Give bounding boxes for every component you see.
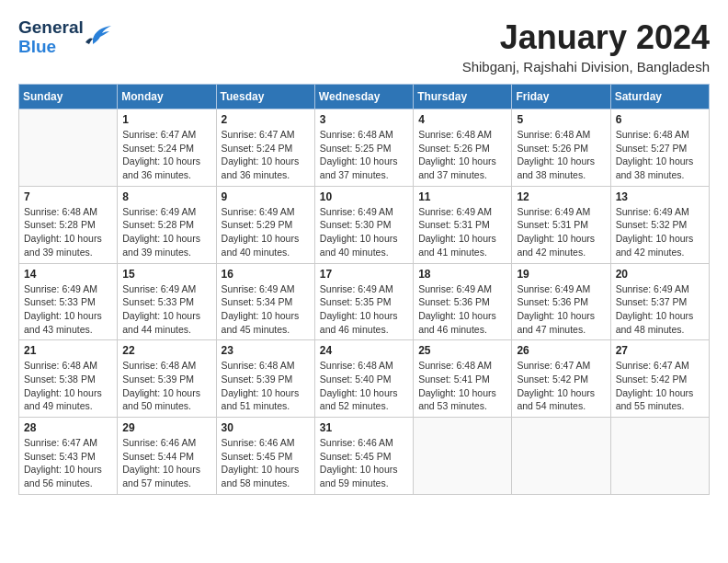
day-number: 1: [122, 113, 210, 126]
day-detail: Sunrise: 6:49 AMSunset: 5:32 PMDaylight:…: [616, 205, 704, 259]
day-number: 16: [222, 268, 310, 281]
location: Shibganj, Rajshahi Division, Bangladesh: [462, 59, 710, 75]
day-number: 14: [24, 268, 112, 281]
calendar-cell: 25Sunrise: 6:48 AMSunset: 5:41 PMDayligh…: [414, 340, 512, 418]
weekday-header-saturday: Saturday: [610, 85, 709, 109]
day-number: 11: [418, 190, 506, 203]
logo: General Blue: [18, 18, 111, 57]
calendar-cell: 8Sunrise: 6:49 AMSunset: 5:28 PMDaylight…: [118, 186, 216, 263]
calendar-cell: 6Sunrise: 6:48 AMSunset: 5:27 PMDaylight…: [610, 109, 709, 187]
day-detail: Sunrise: 6:49 AMSunset: 5:37 PMDaylight:…: [616, 282, 704, 337]
logo-general: General: [18, 18, 84, 38]
weekday-header-friday: Friday: [512, 85, 610, 109]
calendar-cell: 18Sunrise: 6:49 AMSunset: 5:36 PMDayligh…: [414, 263, 512, 340]
calendar-cell: 21Sunrise: 6:48 AMSunset: 5:38 PMDayligh…: [19, 340, 118, 418]
day-detail: Sunrise: 6:48 AMSunset: 5:28 PMDaylight:…: [24, 205, 112, 259]
day-number: 15: [122, 268, 210, 281]
header: General Blue January 2024 Shibganj, Rajs…: [18, 18, 710, 75]
calendar-cell: 19Sunrise: 6:49 AMSunset: 5:36 PMDayligh…: [512, 263, 610, 340]
day-detail: Sunrise: 6:49 AMSunset: 5:33 PMDaylight:…: [122, 282, 210, 337]
calendar-cell: 31Sunrise: 6:46 AMSunset: 5:45 PMDayligh…: [314, 418, 413, 495]
day-detail: Sunrise: 6:47 AMSunset: 5:24 PMDaylight:…: [122, 128, 210, 182]
day-detail: Sunrise: 6:49 AMSunset: 5:31 PMDaylight:…: [418, 205, 506, 259]
day-number: 20: [616, 268, 704, 281]
day-detail: Sunrise: 6:49 AMSunset: 5:30 PMDaylight:…: [320, 205, 408, 259]
calendar-cell: 22Sunrise: 6:48 AMSunset: 5:39 PMDayligh…: [118, 340, 216, 418]
calendar-cell: [414, 418, 512, 495]
day-number: 9: [222, 190, 310, 203]
day-number: 31: [320, 421, 408, 434]
day-detail: Sunrise: 6:47 AMSunset: 5:24 PMDaylight:…: [222, 128, 310, 182]
day-detail: Sunrise: 6:48 AMSunset: 5:41 PMDaylight:…: [418, 359, 506, 413]
day-number: 30: [222, 421, 310, 434]
calendar-cell: 14Sunrise: 6:49 AMSunset: 5:33 PMDayligh…: [19, 263, 118, 340]
weekday-header-row: SundayMondayTuesdayWednesdayThursdayFrid…: [19, 85, 710, 109]
day-number: 6: [616, 113, 704, 126]
calendar-cell: 29Sunrise: 6:46 AMSunset: 5:44 PMDayligh…: [118, 418, 216, 495]
day-number: 5: [517, 113, 605, 126]
calendar-cell: 15Sunrise: 6:49 AMSunset: 5:33 PMDayligh…: [118, 263, 216, 340]
logo-blue: Blue: [18, 38, 84, 57]
day-number: 23: [222, 344, 310, 357]
day-number: 8: [122, 190, 210, 203]
weekday-header-wednesday: Wednesday: [314, 85, 413, 109]
day-detail: Sunrise: 6:49 AMSunset: 5:35 PMDaylight:…: [320, 282, 408, 337]
calendar-cell: 12Sunrise: 6:49 AMSunset: 5:31 PMDayligh…: [512, 186, 610, 263]
calendar-cell: 28Sunrise: 6:47 AMSunset: 5:43 PMDayligh…: [19, 418, 118, 495]
weekday-header-thursday: Thursday: [414, 85, 512, 109]
day-detail: Sunrise: 6:49 AMSunset: 5:34 PMDaylight:…: [222, 282, 310, 337]
day-detail: Sunrise: 6:49 AMSunset: 5:36 PMDaylight:…: [418, 282, 506, 337]
day-detail: Sunrise: 6:48 AMSunset: 5:25 PMDaylight:…: [320, 128, 408, 182]
calendar-cell: 5Sunrise: 6:48 AMSunset: 5:26 PMDaylight…: [512, 109, 610, 187]
day-number: 3: [320, 113, 408, 126]
day-detail: Sunrise: 6:48 AMSunset: 5:38 PMDaylight:…: [24, 359, 112, 413]
day-detail: Sunrise: 6:47 AMSunset: 5:42 PMDaylight:…: [517, 359, 605, 413]
calendar-cell: 1Sunrise: 6:47 AMSunset: 5:24 PMDaylight…: [118, 109, 216, 187]
day-detail: Sunrise: 6:46 AMSunset: 5:45 PMDaylight:…: [222, 436, 310, 490]
day-detail: Sunrise: 6:47 AMSunset: 5:42 PMDaylight:…: [616, 359, 704, 413]
day-detail: Sunrise: 6:48 AMSunset: 5:39 PMDaylight:…: [222, 359, 310, 413]
day-detail: Sunrise: 6:49 AMSunset: 5:36 PMDaylight:…: [517, 282, 605, 337]
day-number: 22: [122, 344, 210, 357]
day-detail: Sunrise: 6:49 AMSunset: 5:29 PMDaylight:…: [222, 205, 310, 259]
logo-bird-icon: [85, 24, 111, 48]
day-detail: Sunrise: 6:48 AMSunset: 5:39 PMDaylight:…: [122, 359, 210, 413]
calendar-cell: 11Sunrise: 6:49 AMSunset: 5:31 PMDayligh…: [414, 186, 512, 263]
day-number: 29: [122, 421, 210, 434]
day-detail: Sunrise: 6:49 AMSunset: 5:33 PMDaylight:…: [24, 282, 112, 337]
calendar-cell: 3Sunrise: 6:48 AMSunset: 5:25 PMDaylight…: [314, 109, 413, 187]
calendar-cell: 23Sunrise: 6:48 AMSunset: 5:39 PMDayligh…: [216, 340, 314, 418]
calendar-table: SundayMondayTuesdayWednesdayThursdayFrid…: [18, 84, 710, 495]
calendar-cell: 27Sunrise: 6:47 AMSunset: 5:42 PMDayligh…: [610, 340, 709, 418]
day-detail: Sunrise: 6:46 AMSunset: 5:45 PMDaylight:…: [320, 436, 408, 490]
day-detail: Sunrise: 6:46 AMSunset: 5:44 PMDaylight:…: [122, 436, 210, 490]
calendar-cell: [512, 418, 610, 495]
day-detail: Sunrise: 6:49 AMSunset: 5:31 PMDaylight:…: [517, 205, 605, 259]
day-detail: Sunrise: 6:48 AMSunset: 5:40 PMDaylight:…: [320, 359, 408, 413]
weekday-header-sunday: Sunday: [19, 85, 118, 109]
calendar-cell: 24Sunrise: 6:48 AMSunset: 5:40 PMDayligh…: [314, 340, 413, 418]
day-number: 10: [320, 190, 408, 203]
day-number: 25: [418, 344, 506, 357]
day-detail: Sunrise: 6:48 AMSunset: 5:27 PMDaylight:…: [616, 128, 704, 182]
day-number: 13: [616, 190, 704, 203]
calendar-cell: 9Sunrise: 6:49 AMSunset: 5:29 PMDaylight…: [216, 186, 314, 263]
calendar-cell: 17Sunrise: 6:49 AMSunset: 5:35 PMDayligh…: [314, 263, 413, 340]
week-row-1: 1Sunrise: 6:47 AMSunset: 5:24 PMDaylight…: [19, 109, 710, 187]
day-number: 12: [517, 190, 605, 203]
day-detail: Sunrise: 6:49 AMSunset: 5:28 PMDaylight:…: [122, 205, 210, 259]
calendar-cell: [19, 109, 118, 187]
day-number: 2: [222, 113, 310, 126]
calendar-cell: 26Sunrise: 6:47 AMSunset: 5:42 PMDayligh…: [512, 340, 610, 418]
weekday-header-monday: Monday: [118, 85, 216, 109]
day-detail: Sunrise: 6:48 AMSunset: 5:26 PMDaylight:…: [418, 128, 506, 182]
calendar-cell: 16Sunrise: 6:49 AMSunset: 5:34 PMDayligh…: [216, 263, 314, 340]
week-row-5: 28Sunrise: 6:47 AMSunset: 5:43 PMDayligh…: [19, 418, 710, 495]
title-area: January 2024 Shibganj, Rajshahi Division…: [462, 18, 710, 75]
calendar-cell: 20Sunrise: 6:49 AMSunset: 5:37 PMDayligh…: [610, 263, 709, 340]
month-title: January 2024: [462, 18, 710, 57]
day-number: 17: [320, 268, 408, 281]
calendar-cell: 30Sunrise: 6:46 AMSunset: 5:45 PMDayligh…: [216, 418, 314, 495]
day-number: 21: [24, 344, 112, 357]
day-number: 26: [517, 344, 605, 357]
